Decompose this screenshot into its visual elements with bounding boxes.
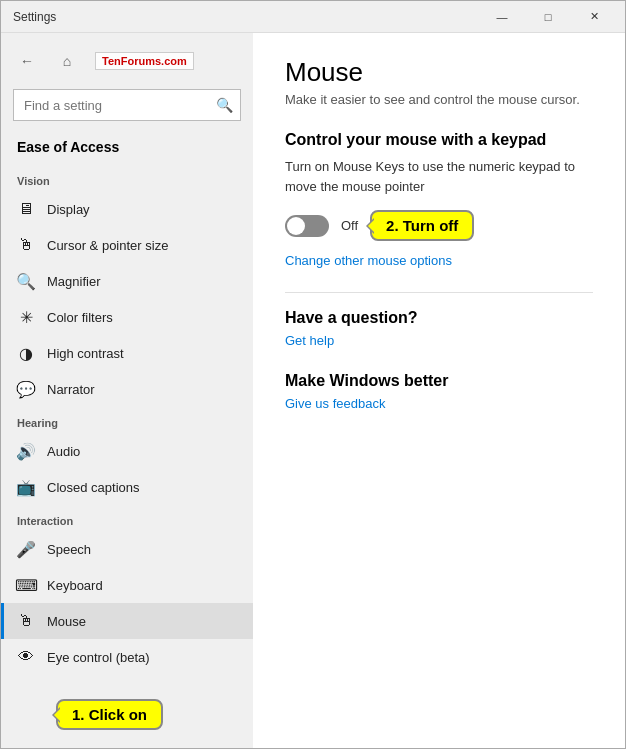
tenforums-badge: TenForums.com (95, 52, 194, 70)
click-on-callout: 1. Click on (56, 699, 163, 730)
turn-off-callout: 2. Turn off (370, 210, 474, 241)
make-windows-better-heading: Make Windows better (285, 372, 593, 390)
sidebar-item-label: Cursor & pointer size (47, 238, 168, 253)
display-icon: 🖥 (17, 200, 35, 218)
maximize-button[interactable]: □ (525, 1, 571, 33)
section1-desc: Turn on Mouse Keys to use the numeric ke… (285, 157, 593, 196)
sidebar-item-label: High contrast (47, 346, 124, 361)
sidebar-item-display[interactable]: 🖥 Display (1, 191, 253, 227)
sidebar-item-label: Color filters (47, 310, 113, 325)
sidebar: ← ⌂ TenForums.com 🔍 Ease of Access Visio… (1, 33, 253, 748)
give-feedback-link[interactable]: Give us feedback (285, 396, 593, 411)
closed-captions-icon: 📺 (17, 478, 35, 496)
sidebar-item-mouse[interactable]: 🖱 Mouse (1, 603, 253, 639)
section-label-interaction: Interaction (1, 505, 253, 531)
sidebar-ease-header: Ease of Access (1, 129, 253, 165)
sidebar-item-narrator[interactable]: 💬 Narrator (1, 371, 253, 407)
magnifier-icon: 🔍 (17, 272, 35, 290)
settings-window: Settings — □ ✕ ← ⌂ TenForums.com (0, 0, 626, 749)
home-icon: ⌂ (63, 53, 71, 69)
sidebar-item-color-filters[interactable]: ✳ Color filters (1, 299, 253, 335)
sidebar-item-closed-captions[interactable]: 📺 Closed captions (1, 469, 253, 505)
sidebar-item-cursor[interactable]: 🖱 Cursor & pointer size (1, 227, 253, 263)
sidebar-item-label: Magnifier (47, 274, 100, 289)
sidebar-item-label: Display (47, 202, 90, 217)
sidebar-item-audio[interactable]: 🔊 Audio (1, 433, 253, 469)
mouse-icon: 🖱 (17, 612, 35, 630)
get-help-link[interactable]: Get help (285, 333, 593, 348)
sidebar-item-label: Eye control (beta) (47, 650, 150, 665)
sidebar-item-label: Speech (47, 542, 91, 557)
section-label-vision: Vision (1, 165, 253, 191)
sidebar-item-label: Closed captions (47, 480, 140, 495)
click-on-label: 1. Click on (72, 706, 147, 723)
eye-control-icon: 👁 (17, 648, 35, 666)
sidebar-item-label: Audio (47, 444, 80, 459)
sidebar-item-magnifier[interactable]: 🔍 Magnifier (1, 263, 253, 299)
sidebar-item-speech[interactable]: 🎤 Speech (1, 531, 253, 567)
have-question-heading: Have a question? (285, 309, 593, 327)
narrator-icon: 💬 (17, 380, 35, 398)
color-filters-icon: ✳ (17, 308, 35, 326)
minimize-button[interactable]: — (479, 1, 525, 33)
divider1 (285, 292, 593, 293)
content-area: Mouse Make it easier to see and control … (253, 33, 625, 748)
back-button[interactable]: ← (13, 47, 41, 75)
change-mouse-options-link[interactable]: Change other mouse options (285, 253, 593, 268)
window-title: Settings (13, 10, 56, 24)
cursor-icon: 🖱 (17, 236, 35, 254)
sidebar-item-keyboard[interactable]: ⌨ Keyboard (1, 567, 253, 603)
title-controls: — □ ✕ (479, 1, 617, 33)
audio-icon: 🔊 (17, 442, 35, 460)
home-button[interactable]: ⌂ (51, 45, 83, 77)
keyboard-icon: ⌨ (17, 576, 35, 594)
page-title: Mouse (285, 57, 593, 88)
section-label-hearing: Hearing (1, 407, 253, 433)
sidebar-item-label: Mouse (47, 614, 86, 629)
title-bar-left: Settings (13, 10, 56, 24)
search-input[interactable] (13, 89, 241, 121)
sidebar-item-label: Keyboard (47, 578, 103, 593)
speech-icon: 🎤 (17, 540, 35, 558)
ease-of-access-label: Ease of Access (17, 139, 119, 155)
back-icon: ← (20, 53, 34, 69)
search-icon: 🔍 (216, 97, 233, 113)
sidebar-item-label: Narrator (47, 382, 95, 397)
title-bar: Settings — □ ✕ (1, 1, 625, 33)
main-layout: ← ⌂ TenForums.com 🔍 Ease of Access Visio… (1, 33, 625, 748)
toggle-label: Off (341, 218, 358, 233)
search-box: 🔍 (13, 89, 241, 121)
mouse-keys-toggle[interactable] (285, 215, 329, 237)
sidebar-scroll: Ease of Access Vision 🖥 Display 🖱 Cursor… (1, 129, 253, 748)
turn-off-label: 2. Turn off (386, 217, 458, 234)
section1-heading: Control your mouse with a keypad (285, 131, 593, 149)
page-subtitle: Make it easier to see and control the mo… (285, 92, 593, 107)
toggle-row: Off 2. Turn off (285, 210, 593, 241)
sidebar-item-high-contrast[interactable]: ◑ High contrast (1, 335, 253, 371)
close-button[interactable]: ✕ (571, 1, 617, 33)
high-contrast-icon: ◑ (17, 344, 35, 362)
sidebar-header: ← ⌂ TenForums.com (1, 33, 253, 85)
sidebar-item-eye-control[interactable]: 👁 Eye control (beta) (1, 639, 253, 675)
